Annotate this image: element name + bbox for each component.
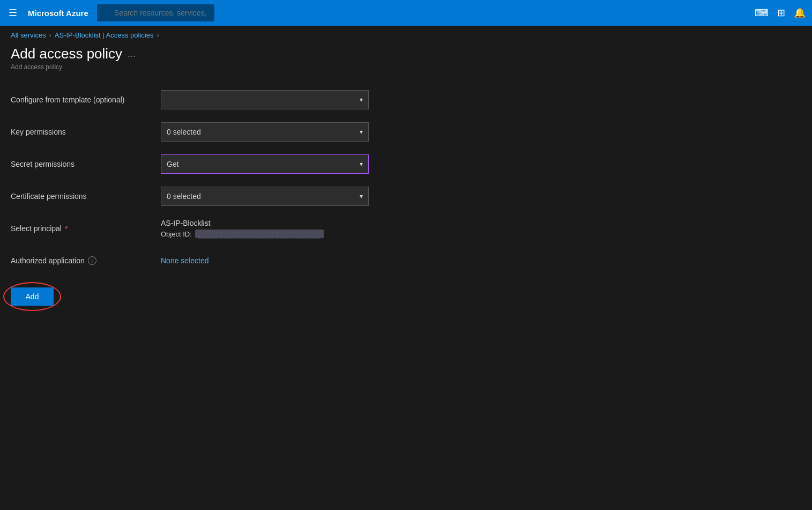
authorized-application-label: Authorized application i xyxy=(11,256,161,265)
principal-object-id-row: Object ID: ████████████████████████ xyxy=(161,230,324,238)
secret-permissions-dropdown[interactable]: Get ▾ xyxy=(161,154,369,174)
key-permissions-row: Key permissions 0 selected ▾ xyxy=(11,122,472,142)
app-title: Microsoft Azure xyxy=(28,9,88,18)
key-permissions-value: 0 selected xyxy=(167,128,201,136)
page-header: Add access policy ... Add access policy xyxy=(0,41,812,79)
breadcrumb-all-services[interactable]: All services xyxy=(11,31,46,39)
secret-permissions-row: Secret permissions Get ▾ xyxy=(11,154,472,174)
breadcrumb-access-policies[interactable]: AS-IP-Blocklist | Access policies xyxy=(55,31,154,39)
configure-template-label: Configure from template (optional) xyxy=(11,95,161,104)
breadcrumb: All services › AS-IP-Blocklist | Access … xyxy=(0,26,812,41)
certificate-permissions-label: Certificate permissions xyxy=(11,192,161,201)
certificate-permissions-value: 0 selected xyxy=(167,192,201,201)
secret-permissions-chevron-icon: ▾ xyxy=(360,160,363,168)
certificate-permissions-dropdown[interactable]: 0 selected ▾ xyxy=(161,187,369,206)
select-principal-label: Select principal * xyxy=(11,224,161,233)
main-content: Configure from template (optional) ▾ Key… xyxy=(0,79,482,316)
select-principal-row: Select principal * AS-IP-Blocklist Objec… xyxy=(11,219,472,238)
none-selected-link[interactable]: None selected xyxy=(161,256,209,265)
configure-template-row: Configure from template (optional) ▾ xyxy=(11,90,472,109)
add-button[interactable]: Add xyxy=(11,287,54,306)
required-star: * xyxy=(65,224,68,233)
info-icon[interactable]: i xyxy=(88,256,96,265)
page-title: Add access policy xyxy=(11,46,122,62)
authorized-application-row: Authorized application i None selected xyxy=(11,251,472,270)
breadcrumb-separator-1: › xyxy=(49,32,51,39)
object-id-label: Object ID: xyxy=(161,230,192,238)
hamburger-menu-icon[interactable]: ☰ xyxy=(6,5,19,21)
notification-icon[interactable]: 🔔 xyxy=(794,7,806,19)
search-input[interactable] xyxy=(97,4,214,21)
search-wrapper: 🔍 xyxy=(97,4,515,21)
configure-template-dropdown[interactable]: ▾ xyxy=(161,90,369,109)
secret-permissions-label: Secret permissions xyxy=(11,160,161,168)
key-permissions-chevron-icon: ▾ xyxy=(360,128,363,136)
top-bar-actions: ⌨ ⊞ 🔔 xyxy=(755,7,806,19)
key-permissions-dropdown[interactable]: 0 selected ▾ xyxy=(161,122,369,142)
key-permissions-label: Key permissions xyxy=(11,128,161,136)
terminal-icon[interactable]: ⌨ xyxy=(755,7,769,19)
add-button-wrapper: Add xyxy=(11,287,54,306)
principal-info: AS-IP-Blocklist Object ID: █████████████… xyxy=(161,219,324,238)
portal-icon[interactable]: ⊞ xyxy=(777,7,785,19)
object-id-value: ████████████████████████ xyxy=(195,230,324,238)
page-options-icon[interactable]: ... xyxy=(128,48,136,60)
certificate-permissions-row: Certificate permissions 0 selected ▾ xyxy=(11,187,472,206)
configure-template-chevron-icon: ▾ xyxy=(360,96,363,104)
page-subtitle: Add access policy xyxy=(11,63,801,71)
principal-name: AS-IP-Blocklist xyxy=(161,219,324,227)
certificate-permissions-chevron-icon: ▾ xyxy=(360,193,363,200)
secret-permissions-value: Get xyxy=(167,160,179,168)
top-navigation-bar: ☰ Microsoft Azure 🔍 ⌨ ⊞ 🔔 xyxy=(0,0,812,26)
breadcrumb-separator-2: › xyxy=(157,32,159,39)
